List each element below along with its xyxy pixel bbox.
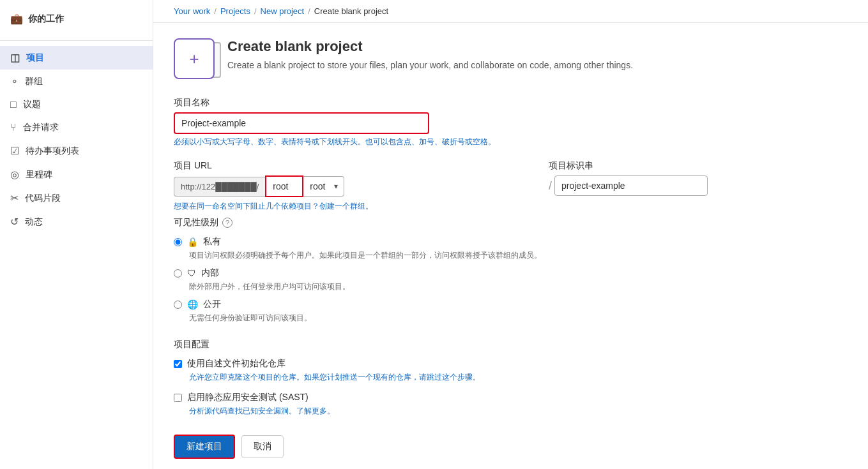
sidebar-item-todo[interactable]: ☑待办事项列表 — [0, 139, 153, 163]
namespace-hint: 想要在同一命名空间下阻止几个依赖项目？创建一个群组。 — [174, 201, 538, 212]
breadcrumb-separator: / — [254, 6, 257, 16]
breadcrumb-link[interactable]: New project — [261, 6, 305, 16]
cancel-button[interactable]: 取消 — [241, 435, 284, 458]
visibility-icon-internal: 🛡 — [187, 268, 196, 278]
radio-label-internal[interactable]: 🛡 内部 — [174, 267, 708, 279]
main-content: Your work/Projects/New project/Create bl… — [153, 0, 868, 469]
merge-requests-icon: ⑂ — [10, 122, 17, 133]
radio-label-public[interactable]: 🌐 公开 — [174, 299, 708, 310]
url-namespace[interactable]: root — [265, 175, 303, 197]
project-name-group: 项目名称 必须以小写或大写字母、数字、表情符号或下划线开头。也可以包含点、加号、… — [174, 97, 708, 147]
groups-icon: ⚬ — [10, 75, 19, 87]
radio-private[interactable] — [174, 238, 182, 246]
sidebar-item-label: 动态 — [25, 216, 43, 228]
config-options: 使用自述文件初始化仓库 允许您立即克隆这个项目的仓库。如果您计划推送一个现有的仓… — [174, 358, 708, 417]
sidebar-item-label: 待办事项列表 — [26, 145, 79, 157]
visibility-text-private: 私有 — [203, 236, 221, 248]
visibility-option-public: 🌐 公开 无需任何身份验证即可访问该项目。 — [174, 299, 708, 324]
sidebar-item-merge-requests[interactable]: ⑂合并请求 — [0, 116, 153, 139]
config-title: 项目配置 — [174, 339, 708, 350]
url-select-wrapper: root ▾ — [303, 176, 344, 197]
url-input-group: http://122███████/ root root ▾ — [174, 175, 538, 197]
visibility-icon-public: 🌐 — [187, 299, 198, 309]
issues-icon: □ — [10, 99, 17, 110]
visibility-option-private: 🔒 私有 项目访问权限必须明确授予每个用户。如果此项目是一个群组的一部分，访问权… — [174, 236, 708, 261]
project-url-label: 项目 URL — [174, 160, 538, 172]
visibility-desc-public: 无需任何身份验证即可访问该项目。 — [174, 313, 708, 324]
project-name-label: 项目名称 — [174, 97, 708, 108]
breadcrumb-separator: / — [308, 6, 310, 16]
config-option-text-init-repo: 使用自述文件初始化仓库 — [187, 358, 286, 369]
url-right: 项目标识串 / — [549, 160, 708, 196]
page-subtitle: Create a blank project to store your fil… — [227, 59, 633, 72]
page-content: + Create blank project Create a blank pr… — [153, 23, 728, 469]
url-row: 项目 URL http://122███████/ root root ▾ 想要… — [174, 160, 708, 212]
snippets-icon: ✂ — [10, 192, 19, 204]
checkbox-init-repo[interactable] — [174, 360, 182, 368]
submit-button[interactable]: 新建项目 — [174, 435, 235, 459]
visibility-text-public: 公开 — [203, 299, 221, 310]
briefcase-icon: 💼 — [10, 13, 23, 25]
config-option-sast: 启用静态应用安全测试 (SAST) 分析源代码查找已知安全漏洞。了解更多。 — [174, 392, 708, 417]
page-header: + Create blank project Create a blank pr… — [174, 38, 708, 79]
visibility-options: 🔒 私有 项目访问权限必须明确授予每个用户。如果此项目是一个群组的一部分，访问权… — [174, 236, 708, 324]
sidebar-item-projects[interactable]: ◫项目 — [0, 46, 153, 70]
namespace-select[interactable]: root — [303, 176, 344, 197]
plus-icon: + — [189, 49, 199, 69]
url-prefix: http://122███████/ — [174, 177, 265, 197]
visibility-section: 可见性级别 ? 🔒 私有 项目访问权限必须明确授予每个用户。如果此项目是一个群组… — [174, 217, 708, 324]
breadcrumb-current: Create blank project — [314, 6, 388, 16]
radio-label-private[interactable]: 🔒 私有 — [174, 236, 708, 248]
checkbox-label-init-repo[interactable]: 使用自述文件初始化仓库 — [174, 358, 708, 369]
visibility-icon-private: 🔒 — [187, 237, 198, 247]
sidebar-item-label: 里程碑 — [26, 169, 52, 181]
sidebar-item-milestones[interactable]: ◎里程碑 — [0, 163, 153, 186]
slug-label: 项目标识串 — [549, 160, 708, 172]
slug-section: 项目标识串 / — [549, 160, 708, 196]
milestones-icon: ◎ — [10, 168, 19, 181]
radio-public[interactable] — [174, 301, 182, 309]
visibility-label: 可见性级别 — [174, 217, 218, 228]
breadcrumb: Your work/Projects/New project/Create bl… — [153, 0, 868, 23]
sidebar-item-groups[interactable]: ⚬群组 — [0, 70, 153, 93]
visibility-desc-internal: 除外部用户外，任何登录用户均可访问该项目。 — [174, 281, 708, 292]
checkbox-sast[interactable] — [174, 394, 182, 402]
namespace-hint-text: 想要在同一命名空间下阻止几个依赖项目？创建一个群组。 — [174, 202, 373, 211]
project-icon: + — [174, 38, 215, 79]
project-name-hint: 必须以小写或大写字母、数字、表情符号或下划线开头。也可以包含点、加号、破折号或空… — [174, 137, 708, 147]
sidebar-item-label: 群组 — [25, 76, 43, 87]
sidebar-item-label: 合并请求 — [23, 122, 59, 133]
page-header-text: Create blank project Create a blank proj… — [227, 38, 633, 72]
visibility-header: 可见性级别 ? — [174, 217, 708, 228]
url-left: 项目 URL http://122███████/ root root ▾ 想要… — [174, 160, 538, 212]
config-desc-sast: 分析源代码查找已知安全漏洞。了解更多。 — [174, 406, 708, 417]
sidebar-item-label: 议题 — [23, 99, 41, 110]
projects-icon: ◫ — [10, 52, 20, 64]
sidebar-header-label: 你的工作 — [28, 13, 64, 25]
visibility-option-internal: 🛡 内部 除外部用户外，任何登录用户均可访问该项目。 — [174, 267, 708, 292]
config-option-text-sast: 启用静态应用安全测试 (SAST) — [187, 392, 308, 403]
checkbox-label-sast[interactable]: 启用静态应用安全测试 (SAST) — [174, 392, 708, 403]
help-icon[interactable]: ? — [222, 218, 232, 228]
slash-divider: / — [549, 180, 552, 191]
button-row: 新建项目 取消 — [174, 435, 708, 459]
config-section: 项目配置 使用自述文件初始化仓库 允许您立即克隆这个项目的仓库。如果您计划推送一… — [174, 339, 708, 417]
sidebar-item-label: 代码片段 — [25, 193, 61, 204]
breadcrumb-link[interactable]: Projects — [220, 6, 250, 16]
config-desc-init-repo: 允许您立即克隆这个项目的仓库。如果您计划推送一个现有的仓库，请跳过这个步骤。 — [174, 372, 708, 383]
activity-icon: ↺ — [10, 216, 19, 228]
page-title: Create blank project — [227, 38, 633, 55]
breadcrumb-separator: / — [214, 6, 217, 16]
slug-input[interactable] — [554, 175, 708, 196]
slug-group: 项目标识串 / — [549, 160, 708, 196]
breadcrumb-link[interactable]: Your work — [174, 6, 210, 16]
sidebar-item-issues[interactable]: □议题 — [0, 93, 153, 116]
slug-input-row: / — [549, 175, 708, 196]
visibility-text-internal: 内部 — [201, 267, 219, 279]
sidebar-item-label: 项目 — [26, 52, 44, 64]
project-name-input[interactable] — [174, 112, 429, 134]
radio-internal[interactable] — [174, 269, 182, 278]
sidebar-item-activity[interactable]: ↺动态 — [0, 210, 153, 234]
todo-icon: ☑ — [10, 145, 19, 157]
sidebar-item-snippets[interactable]: ✂代码片段 — [0, 186, 153, 210]
